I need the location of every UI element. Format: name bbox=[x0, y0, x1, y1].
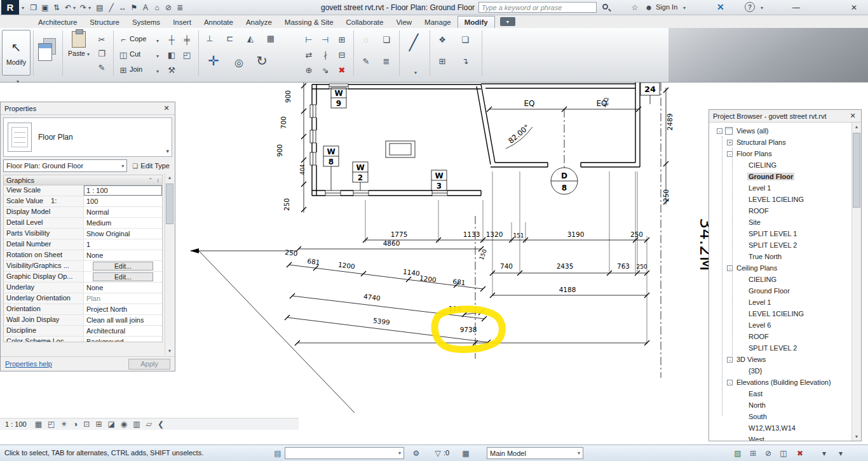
scrollbar-thumb[interactable] bbox=[166, 184, 173, 224]
edit-visibility-button[interactable]: Edit... bbox=[93, 262, 153, 271]
cope-arrow-icon[interactable]: ▾ bbox=[151, 34, 164, 47]
extend-icon[interactable]: ⊣ bbox=[319, 33, 332, 46]
reveal-hidden-icon[interactable]: ◌ bbox=[360, 33, 372, 46]
scroll-up-icon[interactable]: ▲ bbox=[165, 173, 174, 182]
open-icon[interactable]: ❒ bbox=[28, 2, 39, 13]
reveal-hidden-elements-icon[interactable]: ◉ bbox=[121, 420, 127, 429]
window-close-button[interactable]: ✕ bbox=[848, 2, 860, 13]
app-menu-arrow-icon[interactable]: ▾ bbox=[20, 2, 26, 13]
design-options-icon[interactable]: ▦ bbox=[460, 448, 471, 459]
paint-icon[interactable]: ◧ bbox=[165, 48, 178, 61]
cope-button[interactable]: Cope bbox=[130, 35, 146, 43]
demolish-icon[interactable]: ⚒ bbox=[165, 63, 178, 76]
expander-icon[interactable]: + bbox=[727, 140, 733, 145]
expander-icon[interactable]: - bbox=[717, 128, 722, 134]
exchange-apps-icon[interactable]: ✕ bbox=[717, 2, 724, 12]
edit-type-button[interactable]: ❏ Edit Type bbox=[130, 159, 172, 172]
detail-level-icon[interactable]: ▦ bbox=[35, 420, 42, 429]
scale-icon[interactable]: ⇘ bbox=[319, 63, 332, 76]
sun-path-icon[interactable]: ☀ bbox=[60, 420, 67, 429]
tab-collaborate[interactable]: Collaborate bbox=[340, 17, 390, 28]
print-icon[interactable]: ▤ bbox=[94, 2, 105, 13]
copy-move-icon[interactable]: ◎ bbox=[233, 56, 245, 69]
aligned-dimension-icon[interactable]: ↔ bbox=[117, 2, 128, 13]
wall-join-icon[interactable]: ╪ bbox=[180, 33, 193, 46]
tab-modify[interactable]: Modify bbox=[458, 16, 495, 28]
text-icon[interactable]: A bbox=[140, 2, 151, 13]
sync-icon[interactable]: ⇅ bbox=[51, 2, 62, 13]
help-arrow-icon[interactable]: ▾ bbox=[759, 2, 765, 13]
favorites-star-icon[interactable]: ☆ bbox=[629, 2, 641, 13]
create-group-icon[interactable]: ❖ bbox=[436, 33, 449, 46]
window-minimize-button[interactable]: — bbox=[790, 2, 803, 13]
properties-close-icon[interactable]: ✕ bbox=[162, 104, 171, 112]
sign-in-link[interactable]: Sign In bbox=[656, 3, 677, 11]
tree-node-elevations[interactable]: -Elevations (Building Elevation) bbox=[709, 377, 861, 388]
match-type-properties-icon[interactable]: ✎ bbox=[95, 61, 108, 74]
design-option-select[interactable]: Main Model ▾ bbox=[487, 447, 583, 459]
properties-scrollbar[interactable]: ▲ ▼ bbox=[165, 173, 174, 355]
cut-geometry-icon[interactable]: ◫ bbox=[117, 48, 130, 61]
scroll-up-icon[interactable]: ▲ bbox=[852, 123, 861, 131]
array-icon[interactable]: ▦ bbox=[264, 32, 277, 44]
tree-node-views-all[interactable]: - Views (all) bbox=[709, 125, 861, 137]
tab-annotate[interactable]: Annotate bbox=[198, 17, 240, 28]
trim-icon[interactable]: ⊢ bbox=[302, 33, 315, 46]
project-browser-title-bar[interactable]: Project Browser - govett street rvt.rvt … bbox=[709, 110, 861, 123]
visual-style-icon[interactable]: ◰ bbox=[48, 420, 55, 429]
beam-join-icon[interactable]: ┼ bbox=[165, 33, 178, 46]
view-select[interactable]: Floor Plan: Ground Floor ▾ bbox=[3, 159, 127, 172]
revit-logo[interactable]: R bbox=[1, 0, 19, 15]
split-face-icon[interactable]: ◰ bbox=[180, 48, 193, 61]
tree-node-view[interactable]: W12,W13,W14 bbox=[709, 422, 861, 434]
join-geometry-button[interactable]: Join bbox=[130, 65, 142, 73]
temporary-hide-isolate-icon[interactable]: ◪ bbox=[107, 420, 114, 429]
property-row[interactable]: Parts VisibilityShow Original bbox=[4, 229, 162, 239]
type-selector[interactable]: Floor Plan ▾ bbox=[3, 117, 172, 157]
create-parts-icon[interactable]: ⊞ bbox=[436, 55, 449, 67]
editable-only-icon[interactable]: ⚙ bbox=[410, 448, 422, 459]
thin-lines-toggle-icon[interactable]: ≣ bbox=[380, 55, 393, 67]
active-workset-select[interactable]: ▾ bbox=[285, 447, 404, 459]
account-person-icon[interactable]: ☻ bbox=[643, 2, 654, 13]
rotate-icon[interactable]: ↻ bbox=[255, 55, 268, 67]
help-icon[interactable]: ? bbox=[745, 2, 755, 12]
redo-arrow-icon[interactable]: ▾ bbox=[86, 2, 93, 13]
save-icon[interactable]: ▣ bbox=[39, 2, 51, 13]
tab-insert[interactable]: Insert bbox=[166, 17, 198, 28]
scrollbar-thumb[interactable] bbox=[853, 133, 860, 208]
property-row[interactable]: Detail Number1 bbox=[4, 239, 162, 250]
split-element-icon[interactable]: ∤ bbox=[319, 48, 332, 61]
linework-icon[interactable]: ✎ bbox=[360, 55, 372, 67]
edit-graphic-display-button[interactable]: Edit... bbox=[93, 272, 153, 281]
property-row[interactable]: Color Scheme Loc...Background bbox=[4, 337, 162, 342]
property-row[interactable]: Detail LevelMedium bbox=[4, 218, 162, 229]
tab-analyze[interactable]: Analyze bbox=[240, 17, 278, 28]
search-icon[interactable] bbox=[602, 4, 608, 10]
property-row[interactable]: DisciplineArchitectural bbox=[4, 326, 162, 337]
offset-icon[interactable]: ⊏ bbox=[224, 32, 236, 44]
tab-structure[interactable]: Structure bbox=[83, 17, 126, 28]
cut-to-clipboard-icon[interactable]: ✂ bbox=[95, 33, 108, 46]
trim-extend-corner-icon[interactable]: ⊞ bbox=[336, 33, 348, 46]
modify-select-button[interactable]: ↖ Modify bbox=[2, 30, 31, 76]
property-row[interactable]: OrientationProject North bbox=[4, 304, 162, 315]
tree-node-view[interactable]: {3D} bbox=[709, 365, 861, 377]
property-row[interactable]: Rotation on SheetNone bbox=[4, 250, 162, 261]
tree-node-view[interactable]: North bbox=[709, 399, 861, 411]
property-row[interactable]: Wall Join DisplayClean all wall joins bbox=[4, 315, 162, 326]
measure-tool-icon[interactable]: ╱ bbox=[405, 33, 422, 52]
tab-view[interactable]: View bbox=[390, 17, 418, 28]
delete-icon[interactable]: ✖ bbox=[336, 63, 348, 76]
section-expand-all-icon[interactable]: ↕ bbox=[157, 177, 160, 184]
properties-title-bar[interactable]: Properties ✕ bbox=[1, 102, 175, 115]
crop-view-icon[interactable]: ⊡ bbox=[83, 420, 90, 429]
help-search-input[interactable] bbox=[478, 2, 597, 13]
expander-icon[interactable]: - bbox=[727, 380, 733, 385]
mirror-icon[interactable]: ◭ bbox=[244, 32, 257, 44]
align-icon[interactable]: ⊥ bbox=[203, 32, 216, 44]
insert-views-icon[interactable]: ↴ bbox=[459, 55, 471, 67]
property-row[interactable]: Visibility/Graphics ...Edit... bbox=[4, 261, 162, 272]
exclude-options-icon[interactable]: ▧ bbox=[732, 448, 743, 459]
join-arrow-icon[interactable]: ▾ bbox=[151, 65, 164, 77]
